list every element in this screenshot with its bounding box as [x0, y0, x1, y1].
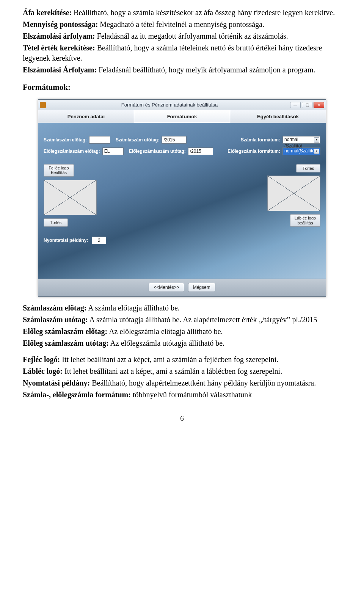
doc-lower-block-1: Számlaszám előtag: A számla előtagja áll…	[23, 303, 341, 348]
definition-text: Az előlegszámla utótagja állítható be.	[109, 339, 224, 347]
paragraph: Mennyiség pontossága: Megadható a tétel …	[23, 19, 341, 30]
button-label: Mégsem	[193, 285, 210, 290]
print-copy-row: Nyomtatási példány:	[44, 237, 320, 244]
maximize-icon: ▢	[306, 102, 309, 108]
paragraph: Előleg számlaszám utótag: Az előlegszáml…	[23, 338, 341, 348]
field-label: Számlaszám előtag:	[44, 137, 87, 143]
tab-egyeb-beallitasok[interactable]: Egyéb beállítások	[230, 110, 326, 123]
field-szamla-formatum: Számla formátum: normál (Szállító) ▾	[241, 136, 320, 144]
szamlaszam-utotag-input[interactable]	[162, 136, 187, 144]
paragraph: Elszámolási Árfolyam: Feladásnál beállít…	[23, 65, 341, 75]
field-szamlaszam-utotag: Számlaszám utótag:	[116, 136, 187, 144]
paragraph: Tétel érték kerekítése: Beállítható, hog…	[23, 43, 341, 63]
select-value: normál (Szállító)	[284, 137, 302, 148]
dialog-footer: <<Mentés>> Mégsem	[38, 279, 326, 296]
tab-bar: Pénznem adatai Formátumok Egyéb beállítá…	[38, 110, 326, 123]
window-title: Formátum és Pénznem adatainak beállítása	[49, 102, 290, 108]
minimize-icon: —	[293, 102, 297, 108]
window-control-buttons: — ▢ ✕	[290, 102, 324, 108]
definition-text: Feladásnál az itt megadott árfolyammal t…	[95, 32, 288, 40]
term: Előleg számlaszám előtag:	[23, 327, 107, 335]
logo-area: Fejléc logo Beállítás Törlés Törlés Lábl…	[44, 164, 320, 226]
paragraph: Előleg számlaszám előtag: Az előlegszáml…	[23, 326, 341, 337]
field-label: Számla formátum:	[241, 137, 280, 143]
definition-text: Beállítható, hogy alapértelmezettként há…	[90, 379, 316, 387]
print-copy-input[interactable]	[92, 237, 106, 244]
cancel-button[interactable]: Mégsem	[188, 283, 215, 292]
form-row-2: Előlegszámlaszám előtag: Előlegszámlaszá…	[44, 147, 320, 155]
field-eloleg-utotag: Előlegszámlaszám utótag:	[129, 147, 213, 155]
tab-label: Egyéb beállítások	[257, 113, 299, 120]
tab-formatumok[interactable]: Formátumok	[134, 110, 230, 123]
term: Számla-, előlegszámla formátum:	[23, 390, 131, 399]
definition-text: Itt lehet beállítani azt a képet, ami a …	[60, 355, 278, 364]
paragraph: Elszámolási árfolyam: Feladásnál az itt …	[23, 31, 341, 41]
term: Nyomtatási példány:	[23, 379, 90, 387]
footer-logo-column: Törlés Lábléc logo beállítás	[267, 164, 320, 226]
term: Mennyiség pontossága:	[23, 20, 98, 28]
footer-logo-delete-button[interactable]: Törlés	[296, 164, 320, 172]
select-value: normál(Szállító)	[284, 148, 316, 154]
paragraph: Áfa kerekítése: Beállítható, hogy a szám…	[23, 8, 341, 18]
field-label: Előlegszámlaszám előtag:	[44, 148, 100, 154]
minimize-button[interactable]: —	[290, 102, 301, 108]
field-szamlaszam-elotag: Számlaszám előtag:	[44, 136, 110, 144]
paragraph: Lábléc logó: Itt lehet beállítani azt a …	[23, 366, 341, 376]
definition-text: Feladásnál beállítható, hogy melyik árfo…	[97, 66, 315, 74]
szamlaszam-elotag-input[interactable]	[89, 136, 110, 144]
footer-logo-set-button[interactable]: Lábléc logo beállítás	[290, 214, 320, 226]
app-icon	[40, 102, 46, 108]
term: Számlaszám utótag:	[23, 315, 88, 324]
button-label: Lábléc logo beállítás	[295, 216, 316, 225]
field-label: Előlegszámla formátum:	[228, 148, 280, 154]
term: Elszámolási Árfolyam:	[23, 66, 97, 74]
term: Lábléc logó:	[23, 367, 63, 375]
eloleg-utotag-input[interactable]	[188, 147, 213, 155]
header-logo-set-button[interactable]: Fejléc logo Beállítás	[44, 164, 74, 176]
window-titlebar[interactable]: Formátum és Pénznem adatainak beállítása…	[38, 100, 326, 110]
term: Áfa kerekítése:	[23, 8, 72, 17]
maximize-button[interactable]: ▢	[302, 102, 312, 108]
eloleg-elotag-input[interactable]	[102, 147, 124, 155]
tab-label: Formátumok	[167, 113, 197, 120]
section-heading: Formátumok:	[23, 82, 341, 92]
paragraph: Számla-, előlegszámla formátum: többnyel…	[23, 390, 341, 400]
field-label: Számlaszám utótag:	[116, 137, 159, 143]
footer-logo-placeholder	[267, 176, 320, 211]
paragraph: Nyomtatási példány: Beállítható, hogy al…	[23, 378, 341, 388]
term: Elszámolási árfolyam:	[23, 32, 95, 40]
eloleg-formatum-select[interactable]: normál(Szállító) ▾	[282, 147, 320, 155]
paragraph: Fejléc logó: Itt lehet beállítani azt a …	[23, 354, 341, 365]
doc-intro-block: Áfa kerekítése: Beállítható, hogy a szám…	[23, 8, 341, 75]
header-logo-placeholder	[44, 180, 97, 215]
header-logo-delete-button[interactable]: Törlés	[44, 218, 68, 227]
term: Előleg számlaszám utótag:	[23, 339, 109, 347]
paragraph: Számlaszám utótag: A számla utótagja áll…	[23, 315, 341, 325]
save-button[interactable]: <<Mentés>>	[149, 283, 184, 292]
term: Tétel érték kerekítése:	[23, 44, 95, 52]
settings-window: Formátum és Pénznem adatainak beállítása…	[38, 99, 326, 297]
definition-text: Beállítható, hogy a számla készítésekor …	[72, 8, 335, 17]
field-eloleg-elotag: Előlegszámlaszám előtag:	[44, 147, 124, 155]
tab-label: Pénznem adatai	[67, 113, 105, 120]
chevron-down-icon: ▾	[314, 149, 319, 154]
form-row-1: Számlaszám előtag: Számlaszám utótag: Sz…	[44, 136, 320, 144]
szamla-formatum-select[interactable]: normál (Szállító) ▾	[282, 136, 320, 144]
close-button[interactable]: ✕	[314, 102, 324, 108]
definition-text: Megadható a tétel felvitelnél a mennyisé…	[98, 20, 264, 28]
close-icon: ✕	[317, 102, 320, 108]
term: Fejléc logó:	[23, 355, 60, 364]
page-number: 6	[23, 414, 341, 423]
field-label: Előlegszámlaszám utótag:	[129, 148, 186, 154]
tab-penznem-adatai[interactable]: Pénznem adatai	[38, 110, 134, 123]
paragraph: Számlaszám előtag: A számla előtagja áll…	[23, 303, 341, 313]
field-eloleg-formatum: Előlegszámla formátum: normál(Szállító) …	[228, 147, 320, 155]
term: Számlaszám előtag:	[23, 304, 86, 312]
button-label: Törlés	[303, 166, 314, 171]
definition-text: többnyelvű formátumból választhatunk	[131, 390, 252, 399]
definition-text: A számla előtagja állítható be.	[86, 304, 179, 312]
chevron-down-icon: ▾	[314, 137, 319, 143]
definition-text: Itt lehet beállítani azt a képet, ami a …	[63, 367, 282, 375]
button-label: Fejléc logo Beállítás	[49, 166, 69, 175]
window-body: Számlaszám előtag: Számlaszám utótag: Sz…	[38, 123, 326, 279]
